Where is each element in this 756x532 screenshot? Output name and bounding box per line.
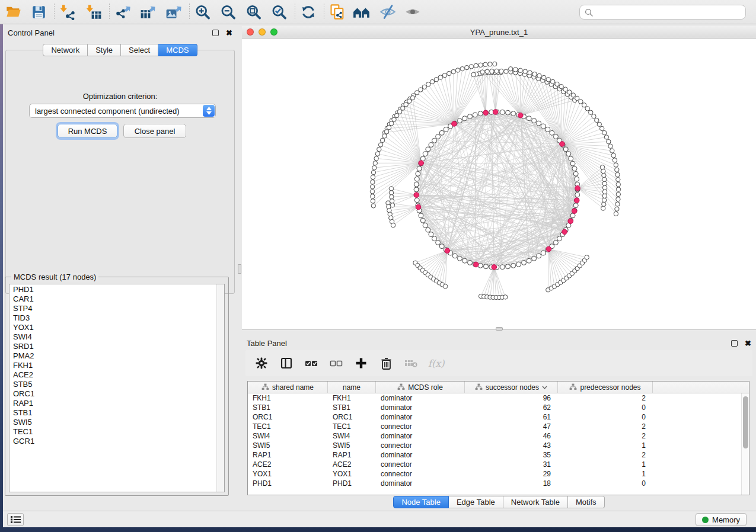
mcds-node-item[interactable]: RAP1 (9, 399, 224, 408)
table-settings-button[interactable] (254, 355, 269, 371)
network-titlebar[interactable]: YPA_prune.txt_1 (242, 26, 756, 39)
mcds-node-item[interactable]: TID3 (9, 313, 224, 323)
refresh-layout-button[interactable] (298, 2, 318, 21)
mcds-node-item[interactable]: GCR1 (9, 437, 224, 446)
import-table-button[interactable] (84, 2, 104, 21)
memory-button[interactable]: Memory (696, 513, 747, 526)
tab-style[interactable]: Style (88, 44, 121, 56)
table-row[interactable]: ORC1ORC1dominator610 (248, 412, 749, 422)
table-tab-motifs[interactable]: Motifs (568, 496, 605, 508)
minimize-traffic-light[interactable] (259, 28, 266, 36)
table-row[interactable]: PHD1PHD1dominator180 (248, 479, 749, 488)
horizontal-splitter-grip[interactable] (496, 327, 503, 331)
zoom-selected-button[interactable] (269, 2, 289, 21)
control-panel-title: Control Panel (8, 26, 212, 37)
mcds-node-item[interactable]: CAR1 (9, 294, 224, 304)
column-header-predecessor-nodes[interactable]: predecessor nodes (558, 382, 653, 393)
close-table-panel-icon[interactable]: ✖ (745, 340, 751, 347)
splitter-grip[interactable] (238, 264, 241, 274)
mcds-node-item[interactable]: STB5 (9, 380, 224, 389)
network-bottom-splitter[interactable] (242, 329, 756, 334)
delete-table-button (403, 355, 419, 371)
run-mcds-button[interactable]: Run MCDS (58, 124, 117, 138)
deselect-all-button[interactable] (328, 355, 344, 371)
search-icon (585, 8, 593, 17)
save-session-button[interactable] (28, 2, 49, 21)
mcds-node-item[interactable]: ORC1 (9, 389, 224, 399)
close-panel-icon[interactable]: ✖ (226, 30, 232, 36)
table-row[interactable]: YOX1YOX1connector291 (248, 469, 749, 479)
table-row[interactable]: FKH1FKH1dominator962 (248, 393, 749, 403)
export-image-button[interactable] (164, 2, 184, 21)
mcds-node-item[interactable]: YOX1 (9, 323, 224, 332)
zoom-out-button[interactable] (218, 2, 238, 21)
table-body: FKH1FKH1dominator962STB1STB1dominator620… (248, 393, 749, 488)
mcds-node-item[interactable]: SWI4 (9, 332, 224, 342)
show-column-button[interactable] (279, 355, 294, 371)
tab-mcds[interactable]: MCDS (158, 44, 197, 56)
zoom-fit-button[interactable] (244, 2, 264, 21)
export-network-button[interactable] (113, 2, 133, 21)
table-scrollbar-thumb[interactable] (743, 396, 748, 448)
task-history-button[interactable] (7, 513, 24, 526)
column-header-successor-nodes[interactable]: successor nodes (465, 382, 558, 393)
mcds-node-item[interactable]: TEC1 (9, 427, 224, 437)
show-all-button[interactable] (403, 2, 423, 21)
criterion-dropdown[interactable]: largest connected component (undirected) (29, 104, 216, 118)
delete-entry-button[interactable] (378, 355, 394, 371)
column-header-name[interactable]: name (328, 382, 376, 393)
column-header-MCDS-role[interactable]: MCDS role (376, 382, 465, 393)
zoom-in-button[interactable] (193, 2, 213, 21)
mcds-result-list[interactable]: PHD1CAR1STP4TID3YOX1SWI4SRD1PMA2FKH1ACE2… (9, 284, 225, 492)
float-window-icon[interactable] (212, 30, 219, 36)
maximize-traffic-light[interactable] (270, 28, 277, 36)
table-cell: 46 (465, 431, 558, 441)
table-row[interactable]: STB1STB1dominator620 (248, 403, 749, 412)
table-row[interactable]: RAP1RAP1dominator352 (248, 450, 749, 460)
first-neighbors-button[interactable] (352, 2, 372, 21)
close-panel-button[interactable]: Close panel (123, 124, 186, 138)
search-input[interactable] (596, 8, 741, 17)
column-header-shared-name[interactable]: shared name (248, 382, 328, 393)
table-row[interactable]: TEC1TEC1connector472 (248, 422, 749, 431)
tab-select[interactable]: Select (121, 44, 158, 56)
table-tab-node-table[interactable]: Node Table (393, 496, 449, 508)
table-row[interactable]: SWI4SWI4dominator462 (248, 431, 749, 441)
mcds-node-item[interactable]: FKH1 (9, 361, 224, 370)
select-all-button[interactable] (304, 355, 319, 371)
table-row[interactable]: ACE2ACE2connector311 (248, 460, 749, 469)
import-network-button[interactable] (58, 2, 78, 21)
table-tab-network-table[interactable]: Network Table (503, 496, 568, 508)
search-field[interactable] (579, 5, 746, 20)
table-cell: SWI5 (248, 441, 328, 450)
add-entry-button[interactable] (353, 355, 369, 371)
result-list-scrollbar[interactable] (216, 284, 224, 492)
export-table-button[interactable] (138, 2, 158, 21)
hide-selected-button[interactable] (378, 2, 398, 21)
mcds-node-item[interactable]: ACE2 (9, 370, 224, 380)
mcds-node-item[interactable]: SRD1 (9, 342, 224, 351)
node-table[interactable]: shared namenameMCDS rolesuccessor nodesp… (247, 381, 749, 495)
new-network-from-selection-button[interactable] (327, 2, 347, 21)
column-namespace-icon (475, 383, 483, 391)
table-scrollbar[interactable] (741, 393, 749, 495)
tab-network[interactable]: Network (43, 44, 88, 56)
mcds-result-group: MCDS result (17 nodes) PHD1CAR1STP4TID3Y… (5, 277, 229, 496)
table-cell: 35 (465, 450, 558, 460)
mcds-node-item[interactable]: STP4 (9, 304, 224, 313)
mcds-node-item[interactable]: STB1 (9, 408, 224, 418)
network-canvas[interactable] (242, 39, 756, 329)
table-tab-edge-table[interactable]: Edge Table (449, 496, 503, 508)
mcds-node-item[interactable]: PHD1 (9, 285, 224, 294)
table-panel-header: Table Panel ✖ (242, 335, 756, 349)
vertical-splitter[interactable] (237, 24, 242, 511)
table-row[interactable]: SWI5SWI5connector431 (248, 441, 749, 450)
close-traffic-light[interactable] (247, 28, 254, 36)
table-cell: STB1 (328, 403, 376, 412)
float-table-panel-icon[interactable] (731, 340, 738, 347)
mcds-node-item[interactable]: PMA2 (9, 351, 224, 361)
open-file-button[interactable] (4, 2, 24, 21)
mcds-node-item[interactable]: SWI5 (9, 418, 224, 427)
table-cell: 47 (465, 422, 558, 431)
table-cell: 1 (558, 441, 653, 450)
